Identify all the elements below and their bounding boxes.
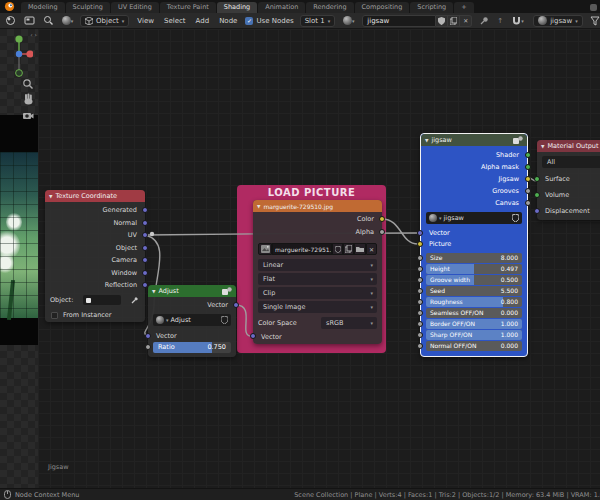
socket-roughness-in[interactable] (417, 299, 423, 305)
material-browse-dropdown[interactable]: ▾ (341, 15, 356, 27)
source-dropdown[interactable]: Single Image ▾ (258, 301, 377, 313)
viewport-3d-sliver[interactable]: ‹ › (0, 29, 38, 488)
node-header[interactable]: ▼ Adjust (148, 285, 236, 297)
socket-shader-out[interactable] (525, 152, 531, 158)
socket-color-out[interactable] (379, 216, 385, 222)
shader-picker-dropdown[interactable]: jigsaw ▾ (533, 15, 583, 27)
ratio-slider[interactable]: Ratio 0.750 (153, 342, 231, 353)
node-header[interactable]: ▼ marguerite-729510.jpg (253, 200, 382, 212)
socket-border-in[interactable] (417, 321, 423, 327)
node-material-output[interactable]: ▼ Material Output All Surface Volume Dis… (537, 140, 600, 220)
socket-seamless-in[interactable] (417, 310, 423, 316)
new-material-copy-icon[interactable] (448, 15, 460, 27)
socket-vector-in[interactable] (250, 333, 256, 339)
projection-dropdown[interactable]: Flat ▾ (258, 273, 377, 285)
fake-user-shield-icon[interactable] (332, 243, 343, 255)
socket-jigsaw-out[interactable] (525, 176, 531, 182)
add-workspace-button[interactable]: + (454, 2, 473, 13)
slider-sharp[interactable]: Sharp OFF/ON 1.000 (426, 330, 522, 340)
object-picker-field[interactable] (83, 295, 121, 305)
group-selector-field[interactable]: ▾ Adjust (153, 314, 231, 326)
sidebar-collapse-icon[interactable]: ‹ › (30, 31, 37, 38)
socket-generated[interactable] (142, 207, 148, 213)
camera-view-icon[interactable] (22, 109, 34, 121)
shader-type-dropdown[interactable]: ▾ (61, 15, 74, 27)
collapse-triangle-icon[interactable]: ▼ (49, 194, 52, 199)
unlink-close-icon[interactable]: ✕ (366, 243, 377, 255)
tab-texture-paint[interactable]: Texture Paint (160, 2, 216, 13)
extension-dropdown[interactable]: Clip ▾ (258, 287, 377, 299)
editor-type-icon[interactable] (4, 15, 17, 27)
socket-uv[interactable] (142, 232, 148, 238)
slider-groove-width[interactable]: Groove width 0.500 (426, 275, 522, 285)
socket-vector-out[interactable] (233, 302, 239, 308)
socket-surface-in[interactable] (534, 176, 540, 182)
socket-displacement-in[interactable] (534, 208, 540, 214)
slider-border[interactable]: Border OFF/ON 1.000 (426, 319, 522, 329)
node-header[interactable]: ▼ jigsaw (421, 134, 527, 146)
socket-canvas-out[interactable] (525, 200, 531, 206)
slider-size[interactable]: Size 8.000 (426, 253, 522, 263)
search-icon[interactable] (42, 15, 55, 27)
socket-window[interactable] (142, 270, 148, 276)
tab-scripting[interactable]: Scripting (410, 2, 453, 13)
fake-user-shield-icon[interactable] (512, 214, 519, 222)
node-texture-coordinate[interactable]: ▼ Texture Coordinate Generated Normal UV… (45, 190, 145, 322)
socket-grooves-out[interactable] (525, 188, 531, 194)
socket-seed-in[interactable] (417, 288, 423, 294)
slider-seamless[interactable]: Seamless OFF/ON 0.000 (426, 308, 522, 318)
from-instancer-checkbox[interactable] (51, 312, 58, 319)
slider-height[interactable]: Height 0.497 (426, 264, 522, 274)
material-name-field[interactable]: jigsaw (362, 15, 436, 27)
group-selector-field[interactable]: ▾ jigsaw (426, 212, 522, 224)
menu-view[interactable]: View (135, 17, 156, 25)
socket-alpha-mask-out[interactable] (525, 164, 531, 170)
zoom-tool-icon[interactable] (22, 78, 34, 90)
tab-shading[interactable]: Shading (217, 2, 257, 13)
arrow-up-icon[interactable]: ↑ (497, 17, 503, 25)
new-image-copy-icon[interactable] (343, 243, 354, 255)
pan-hand-icon[interactable] (22, 93, 34, 105)
socket-vector-in[interactable] (417, 230, 423, 236)
socket-vector-in[interactable] (145, 333, 151, 339)
unlink-close-icon[interactable]: ✕ (460, 15, 472, 27)
use-nodes-toggle[interactable]: ✓ Use Nodes (245, 17, 293, 25)
socket-reflection[interactable] (142, 282, 148, 288)
tab-sculpting[interactable]: Sculpting (66, 2, 110, 13)
display-mode-icon[interactable] (23, 15, 36, 27)
interpolation-dropdown[interactable]: Linear ▾ (258, 259, 377, 271)
filter-funnel-icon[interactable] (589, 15, 600, 27)
tab-animation[interactable]: Animation (258, 2, 305, 13)
slider-seed[interactable]: Seed 5.500 (426, 286, 522, 296)
socket-normal[interactable] (142, 220, 148, 226)
socket-picture-in[interactable] (417, 241, 423, 247)
slider-roughness[interactable]: Roughness 0.800 (426, 297, 522, 307)
collapse-triangle-icon[interactable]: ▼ (257, 204, 260, 209)
collapse-triangle-icon[interactable]: ▼ (425, 138, 428, 143)
tab-compositing[interactable]: Compositing (355, 2, 410, 13)
open-folder-icon[interactable] (354, 243, 366, 255)
node-header[interactable]: ▼ Material Output (537, 140, 600, 152)
eyedropper-icon[interactable] (131, 295, 140, 304)
socket-volume-in[interactable] (534, 192, 540, 198)
shader-mode-dropdown[interactable]: Object ▾ (80, 15, 129, 27)
socket-object[interactable] (142, 245, 148, 251)
snapping-dropdown[interactable]: ▾ (509, 15, 527, 27)
tab-rendering[interactable]: Rendering (306, 2, 353, 13)
socket-ratio-in[interactable] (145, 344, 151, 350)
node-adjust-group[interactable]: ▼ Adjust Vector ▾ Adjust Vector Ratio 0.… (148, 285, 236, 357)
menu-select[interactable]: Select (162, 17, 188, 25)
slot-dropdown[interactable]: Slot 1 ▾ (300, 15, 336, 27)
viewport-axis-gizmo[interactable] (5, 32, 33, 80)
fake-user-shield-icon[interactable] (221, 316, 228, 324)
collapse-triangle-icon[interactable]: ▼ (541, 144, 544, 149)
tab-modeling[interactable]: Modeling (21, 2, 65, 13)
node-header[interactable]: ▼ Texture Coordinate (45, 190, 145, 202)
fake-user-shield-icon[interactable] (436, 15, 448, 27)
socket-size-in[interactable] (417, 255, 423, 261)
socket-camera[interactable] (142, 257, 148, 263)
color-space-dropdown[interactable]: sRGB ▾ (321, 317, 377, 329)
menu-add[interactable]: Add (194, 17, 212, 25)
socket-alpha-out[interactable] (379, 229, 385, 235)
node-jigsaw-group[interactable]: ▼ jigsaw Shader Alpha mask Jigsaw Groove… (420, 133, 528, 357)
